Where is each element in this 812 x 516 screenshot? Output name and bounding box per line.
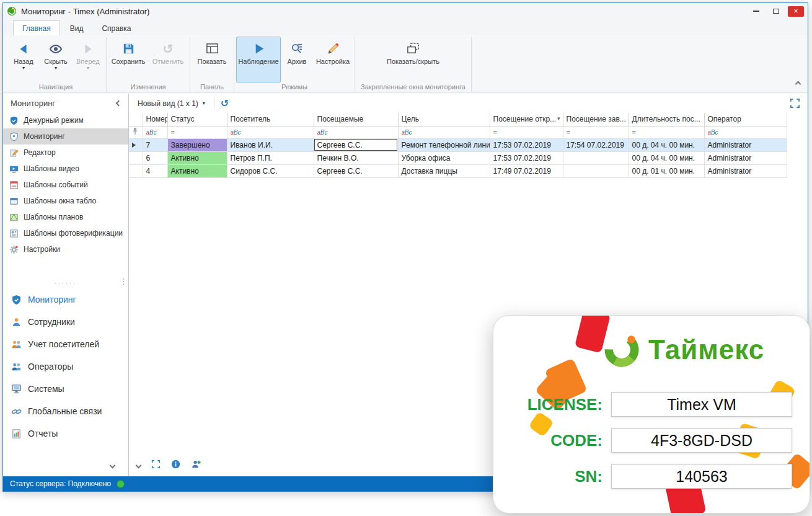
grid-header-row: Номер Статус Посетитель Посещаемые Цель … (129, 113, 787, 126)
filter-pin-icon (129, 126, 143, 138)
sidebar-item-shablony-okna-tablo[interactable]: Шаблоны окна табло (3, 193, 128, 209)
filter-cell[interactable]: aBc (704, 126, 787, 138)
play-icon (252, 40, 266, 57)
sidebar-title: Мониторинг (11, 99, 55, 108)
status-badge[interactable]: Активно (167, 164, 227, 177)
minimize-button[interactable] (748, 6, 764, 17)
maximize-button[interactable] (768, 6, 784, 17)
tab-spravka[interactable]: Справка (93, 21, 139, 35)
sidebar-item-shablony-video[interactable]: Шаблоны видео (3, 161, 128, 177)
table-row[interactable]: 6 Активно Петров П.П. Печкин В.О. Уборка… (129, 151, 787, 164)
filter-cell[interactable]: = (563, 126, 629, 138)
status-badge[interactable]: Завершено (167, 138, 227, 151)
pencil-icon (326, 40, 340, 57)
reset-view-icon[interactable]: ↺ (221, 97, 229, 109)
shield-outline-icon (9, 132, 19, 141)
brand-logo: Таймекс (604, 332, 764, 368)
info-icon[interactable] (171, 460, 180, 471)
events-calendar-icon (9, 180, 19, 190)
filter-cell[interactable]: = (490, 126, 563, 138)
column-header[interactable]: Номер (143, 113, 167, 126)
column-header[interactable]: Посещение зав... (563, 113, 629, 126)
collapse-panel-chevron[interactable] (136, 462, 142, 468)
observe-mode-button[interactable]: Наблюдение (236, 37, 281, 82)
add-person-icon[interactable] (191, 459, 201, 471)
dropdown-caret-icon: ▾ (87, 66, 89, 71)
filter-cell[interactable]: aBc (398, 126, 490, 138)
sidebar-item-shablony-planov[interactable]: Шаблоны планов (3, 209, 128, 225)
ribbon-tabs: Главная Вид Справка (3, 19, 808, 35)
filter-cell[interactable]: = (629, 126, 704, 138)
column-header[interactable]: Цель (398, 113, 490, 126)
license-value: Timex VM (611, 392, 792, 417)
show-panel-button[interactable]: Показать (192, 37, 232, 82)
nav-item-uchet-posetiteley[interactable]: Учет посетителей (3, 333, 128, 355)
filter-cell[interactable]: aBc (227, 126, 314, 138)
sidebar-splitter-handle[interactable]: ...... (3, 277, 128, 285)
ribbon-collapse-button[interactable] (796, 78, 800, 89)
sidebar-item-redaktor[interactable]: Редактор (3, 145, 128, 161)
nav-item-operatory[interactable]: Операторы (3, 355, 128, 378)
focused-cell[interactable]: Сергеев С.С. (314, 138, 398, 151)
column-header[interactable]: Посетитель (227, 113, 314, 126)
sidebar-item-shablony-fotoverifikacii[interactable]: Шаблоны фотоверификации (3, 225, 128, 241)
dropdown-caret-icon: ▾ (203, 101, 205, 106)
shield-blue-icon (11, 295, 22, 305)
back-button[interactable]: Назад ▾ (7, 37, 40, 82)
forward-button[interactable]: Вперед ▾ (72, 37, 104, 82)
code-row: CODE: 4F3-8GD-DSD (510, 427, 792, 453)
sidebar-item-monitoring[interactable]: Мониторинг (3, 128, 128, 145)
table-row[interactable]: 4 Активно Сидоров С.С. Сергеев С.С. Дост… (129, 164, 787, 177)
nav-item-monitoring[interactable]: Мониторинг (3, 288, 128, 311)
expand-view-icon[interactable] (151, 460, 161, 471)
sidebar-resize-handle[interactable]: ⋮ (120, 280, 128, 283)
table-row[interactable]: 7 Завершено Иванов И.И. Сергеев С.С. Рем… (129, 138, 787, 151)
filter-cell[interactable]: = (167, 126, 227, 138)
column-header[interactable]: Посещаемые (314, 113, 398, 126)
column-header[interactable]: Оператор (704, 113, 787, 126)
sn-row: SN: 140563 (510, 463, 792, 489)
setup-mode-button[interactable]: Настройка (313, 37, 353, 82)
collapse-sidebar-icon[interactable] (116, 100, 122, 106)
hide-button[interactable]: Скрыть ▾ (40, 37, 72, 82)
archive-mode-button[interactable]: Архив (281, 37, 313, 82)
close-button[interactable]: × (788, 6, 804, 17)
sn-label: SN: (510, 467, 602, 486)
group-label: Изменения (108, 82, 188, 92)
column-header[interactable]: Посещение откр...▾ (490, 113, 563, 126)
sidebar-item-nastroyki[interactable]: Настройки (3, 241, 128, 257)
filter-cell[interactable]: aBc (143, 126, 167, 138)
systems-icon (11, 384, 22, 394)
forward-icon (81, 40, 95, 57)
view-selector-dropdown[interactable]: Новый вид (1 x 1) ▾ (135, 97, 208, 110)
show-hide-pinned-button[interactable]: Показать/скрыть (376, 37, 449, 82)
dropdown-caret-icon: ▾ (22, 66, 25, 71)
nav-item-sotrudniki[interactable]: Сотрудники (3, 311, 128, 333)
tab-vid[interactable]: Вид (61, 21, 92, 35)
cancel-button[interactable]: ↺ Отменить (148, 37, 188, 82)
status-badge[interactable]: Активно (167, 151, 227, 164)
sidebar-overflow-chevron[interactable] (110, 459, 115, 470)
save-button[interactable]: Сохранить (108, 37, 148, 82)
sidebar-item-shablony-sobyty[interactable]: Шаблоны событий (3, 177, 128, 193)
fullscreen-icon[interactable] (790, 98, 800, 110)
sidebar-item-dezhurny-rezhim[interactable]: Дежурный режим (3, 112, 128, 128)
tab-glavnaya[interactable]: Главная (13, 20, 60, 35)
nav-item-sistemy[interactable]: Системы (3, 378, 128, 400)
column-header[interactable]: Статус (167, 113, 227, 126)
save-icon (121, 40, 136, 57)
video-icon (9, 164, 19, 174)
nav-item-globalnye-svyazi[interactable]: Глобальные связи (3, 400, 128, 422)
license-row: LICENSE: Timex VM (510, 391, 792, 417)
ribbon-group-pinned-windows: Показать/скрыть Закрепленные окна монито… (355, 37, 472, 92)
ribbon-group-modes: Наблюдение Архив Настройка Режимы (234, 37, 355, 92)
nav-item-otchety[interactable]: Отчеты (3, 422, 128, 445)
sidebar: Мониторинг Дежурный режим Мониторинг Ред… (3, 94, 129, 476)
photo-list-icon (9, 229, 19, 238)
license-fields: LICENSE: Timex VM CODE: 4F3-8GD-DSD SN: … (510, 391, 792, 489)
filter-cell[interactable]: aBc (314, 126, 398, 138)
group-label: Режимы (236, 82, 353, 92)
plan-icon (9, 213, 19, 222)
column-header[interactable]: Длительность пос... (629, 113, 704, 126)
filter-caret-icon[interactable]: ▾ (557, 115, 560, 122)
